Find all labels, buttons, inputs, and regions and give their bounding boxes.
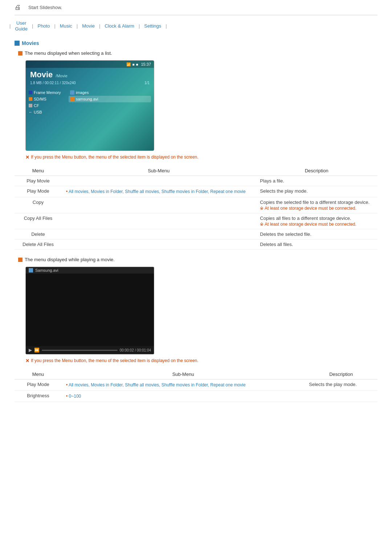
play-button[interactable]: ▶ [29,348,32,353]
nav-sep-1: | [30,23,35,29]
sidebar-frame-memory: Frame Memory [29,89,63,96]
submenu-delete-all [62,239,256,250]
table-row: Play Mode All movies, Movies in Folder, … [15,379,377,391]
table-row: Brightness 0~100 [15,391,377,402]
submenu-play-movie [62,176,256,186]
sub-header-2-text: The menu displayed while playing a movie… [25,257,115,262]
submenu-delete [62,229,256,239]
time-display: 00:00:02 / 00:01:04 [120,348,151,352]
play-mode-options: All movies, Movies in Folder, Shuffle al… [66,189,251,194]
samsung-avi-label: samsung.avi [76,97,98,101]
nav-movie[interactable]: Movie [80,22,97,30]
nav-user-guide[interactable]: User Guide [13,19,30,33]
submenu-copy-all [62,213,256,229]
brightness-range: 0~100 [66,394,300,399]
frame-memory-icon [29,91,32,94]
seek-bar[interactable] [42,350,118,351]
device-sidebar: Frame Memory SD/MS CF ← USB [26,88,66,117]
table-row: Copy All Files Copies all files to a dif… [15,213,377,229]
device-pagination: 1/1 [144,81,150,85]
submenu-copy [62,197,256,213]
note-1-x: ✕ [25,155,29,160]
desc-copy-all: Copies all files to a different storage … [256,213,377,229]
desc-play-movie: Plays a file. [256,176,377,186]
submenu-play-mode-2: All movies, Movies in Folder, Shuffle al… [62,379,305,391]
menu-delete-all: Delete All Files [15,239,62,250]
submenu-brightness: 0~100 [62,391,305,402]
sidebar-sdms: SD/MS [29,96,63,102]
nav-music[interactable]: Music [58,22,74,30]
sub-header-2-icon [18,258,23,262]
video-controls: ▶ ⏩ 00:00:02 / 00:01:04 [26,346,154,354]
sub-header-1: The menu displayed when selecting a list… [18,50,377,56]
nav-clock-alarm[interactable]: Clock & Alarm [102,22,136,30]
device-screen-1: 📶 ■ ■ 15:37 Movie /Movie 1.8 MB / 00:02:… [25,60,154,151]
wifi-icon: ■ [136,62,138,66]
nav-sep-2: | [52,23,57,29]
sidebar-usb: ← USB [29,109,63,115]
menu-brightness: Brightness [15,391,62,402]
sdms-icon [29,97,32,101]
desc-delete-all: Deletes all files. [256,239,377,250]
status-bar: 📶 ■ ■ 15:37 [26,61,154,68]
sub-header-1-text: The menu displayed when selecting a list… [25,50,112,56]
note-2: ✕ If you press the Menu button, the menu… [25,358,377,364]
menu-delete: Delete [15,229,62,239]
movies-icon [15,41,20,46]
avi-file-icon [70,97,74,101]
nav-sep-3: | [74,23,80,29]
sidebar-usb-label: ← USB [29,110,42,114]
main-content: Movies The menu displayed when selecting… [0,37,392,420]
video-file-icon [29,268,33,272]
top-bar-text: Start Slideshow. [28,5,62,10]
desc-brightness [305,391,377,402]
copy-note: At least one storage device must be conn… [260,206,373,211]
device-info-text: 1.8 MB / 00:02:11 / 320x240 [30,81,76,85]
col-submenu-2: Sub-Menu [62,369,305,379]
main-nav: | User Guide | Photo | Music | Movie | C… [0,15,392,37]
brightness-options: 0~100 [66,394,300,399]
sidebar-sdms-label: SD/MS [34,97,46,101]
play-mode-option: All movies, Movies in Folder, Shuffle al… [66,189,251,194]
video-body [26,274,154,346]
note-2-text: If you press the Menu button, the menu o… [31,358,199,363]
table-row: Delete Deletes the selected file. [15,229,377,239]
nav-photo[interactable]: Photo [35,22,52,30]
video-title-bar: Samsung.avi [26,267,154,274]
status-time: 15:37 [141,62,151,66]
sidebar-cf-label: CF [34,103,39,108]
submenu-play-mode: All movies, Movies in Folder, Shuffle al… [62,186,256,197]
sub-header-1-icon [18,51,23,56]
copy-all-note: At least one storage device must be conn… [260,222,373,227]
table-row: Play Movie Plays a file. [15,176,377,186]
menu-play-mode: Play Mode [15,186,62,197]
skip-button[interactable]: ⏩ [34,348,40,353]
desc-copy: Copies the selected file to a different … [256,197,377,213]
video-filename: Samsung.avi [35,268,58,272]
note-2-x: ✕ [25,358,29,364]
movies-title: Movies [22,40,39,46]
print-icon: 🖨 [15,4,21,11]
col-submenu-1: Sub-Menu [62,166,256,176]
nav-sep-0: | [7,23,13,29]
nav-sep-5: | [136,23,142,29]
menu-copy: Copy [15,197,62,213]
sidebar-frame-memory-label: Frame Memory [34,90,61,95]
top-bar: 🖨 Start Slideshow. [0,0,392,15]
device-title-bar: Movie /Movie [26,68,154,80]
cf-icon [29,104,32,107]
col-menu-1: Menu [15,166,62,176]
menu-table-1: Menu Sub-Menu Description Play Movie Pla… [15,166,377,250]
desc-play-mode: Selects the play mode. [256,186,377,197]
file-samsung-avi: samsung.avi [69,96,151,102]
nav-settings[interactable]: Settings [142,22,163,30]
nav-sep-4: | [97,23,102,29]
table-row: Delete All Files Deletes all files. [15,239,377,250]
menu-table-2: Menu Sub-Menu Description Play Mode All … [15,369,377,402]
table-row: Play Mode All movies, Movies in Folder, … [15,186,377,197]
device-content: Frame Memory SD/MS CF ← USB images [26,88,154,117]
sub-header-2: The menu displayed while playing a movie… [18,257,377,262]
device-main-files: images samsung.avi [66,88,154,117]
images-folder-icon [70,90,74,95]
file-images: images [69,89,151,96]
